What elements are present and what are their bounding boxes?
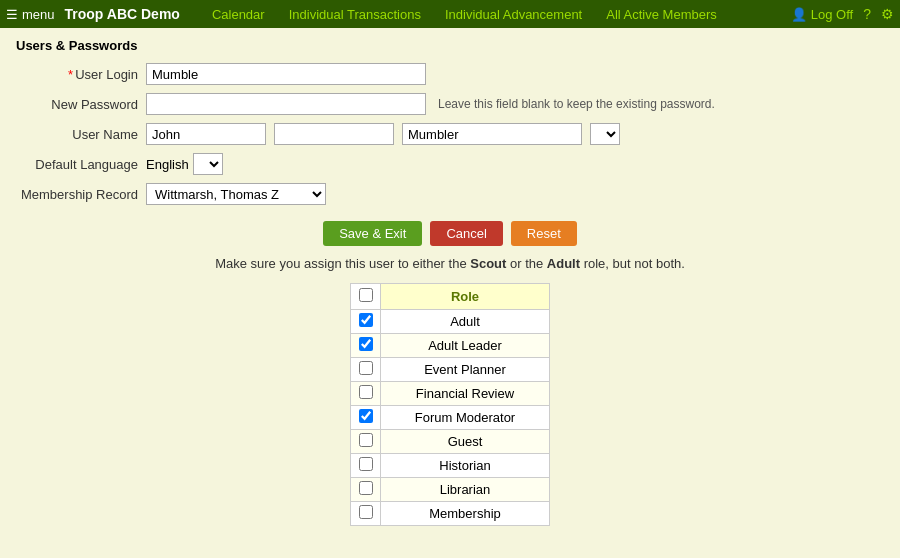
- save-exit-button[interactable]: Save & Exit: [323, 221, 422, 246]
- role-name-cell: Adult Leader: [381, 334, 550, 358]
- roles-select-all-checkbox[interactable]: [359, 288, 373, 302]
- membership-record-label: Membership Record: [16, 187, 146, 202]
- assign-note-scout: Scout: [470, 256, 506, 271]
- nav-individual-advancement[interactable]: Individual Advancement: [433, 7, 594, 22]
- role-checkbox-cell: [351, 310, 381, 334]
- top-nav: ☰ menu Troop ABC Demo Calendar Individua…: [0, 0, 900, 28]
- membership-record-row: Membership Record Wittmarsh, Thomas Z: [16, 183, 884, 205]
- role-checkbox-cell: [351, 502, 381, 526]
- roles-header-checkbox-cell: [351, 284, 381, 310]
- log-off-button[interactable]: 👤 Log Off: [791, 7, 853, 22]
- log-off-label: Log Off: [811, 7, 853, 22]
- user-login-input[interactable]: [146, 63, 426, 85]
- section-title: Users & Passwords: [16, 38, 884, 53]
- table-row: Membership: [351, 502, 550, 526]
- nav-individual-transactions[interactable]: Individual Transactions: [277, 7, 433, 22]
- user-name-suffix-select[interactable]: [590, 123, 620, 145]
- role-checkbox-cell: [351, 358, 381, 382]
- users-passwords-form: *User Login New Password Leave this fiel…: [16, 63, 884, 205]
- user-login-row: *User Login: [16, 63, 884, 85]
- role-name-cell: Event Planner: [381, 358, 550, 382]
- menu-label: menu: [22, 7, 55, 22]
- assign-note: Make sure you assign this user to either…: [16, 256, 884, 271]
- table-row: Adult: [351, 310, 550, 334]
- required-star: *: [68, 67, 73, 82]
- membership-record-select[interactable]: Wittmarsh, Thomas Z: [146, 183, 326, 205]
- role-checkbox[interactable]: [359, 337, 373, 351]
- role-checkbox[interactable]: [359, 481, 373, 495]
- help-button[interactable]: ?: [863, 6, 871, 22]
- role-checkbox-cell: [351, 430, 381, 454]
- table-row: Guest: [351, 430, 550, 454]
- assign-note-mid: or the: [506, 256, 546, 271]
- role-checkbox[interactable]: [359, 313, 373, 327]
- assign-note-post: role, but not both.: [580, 256, 685, 271]
- nav-links: Calendar Individual Transactions Individ…: [200, 7, 791, 22]
- hamburger-icon: ☰: [6, 7, 18, 22]
- role-name-cell: Historian: [381, 454, 550, 478]
- user-name-middle-input[interactable]: [274, 123, 394, 145]
- nav-all-active-members[interactable]: All Active Members: [594, 7, 729, 22]
- roles-table: Role AdultAdult LeaderEvent PlannerFinan…: [350, 283, 550, 526]
- right-actions: 👤 Log Off ? ⚙: [791, 6, 894, 22]
- user-icon: 👤: [791, 7, 807, 22]
- menu-button[interactable]: ☰ menu: [6, 7, 55, 22]
- role-checkbox[interactable]: [359, 457, 373, 471]
- role-checkbox-cell: [351, 334, 381, 358]
- role-name-cell: Librarian: [381, 478, 550, 502]
- assign-note-pre: Make sure you assign this user to either…: [215, 256, 470, 271]
- new-password-row: New Password Leave this field blank to k…: [16, 93, 884, 115]
- membership-select-wrapper: Wittmarsh, Thomas Z: [146, 183, 326, 205]
- role-checkbox[interactable]: [359, 385, 373, 399]
- new-password-label: New Password: [16, 97, 146, 112]
- user-name-first-input[interactable]: [146, 123, 266, 145]
- role-checkbox-cell: [351, 382, 381, 406]
- nav-calendar[interactable]: Calendar: [200, 7, 277, 22]
- cancel-button[interactable]: Cancel: [430, 221, 502, 246]
- role-name-cell: Guest: [381, 430, 550, 454]
- role-checkbox-cell: [351, 454, 381, 478]
- new-password-input[interactable]: [146, 93, 426, 115]
- page-content: Users & Passwords *User Login New Passwo…: [0, 28, 900, 536]
- role-name-cell: Adult: [381, 310, 550, 334]
- table-row: Event Planner: [351, 358, 550, 382]
- table-row: Financial Review: [351, 382, 550, 406]
- default-language-label: Default Language: [16, 157, 146, 172]
- assign-note-adult: Adult: [547, 256, 580, 271]
- role-checkbox-cell: [351, 406, 381, 430]
- roles-container: Role AdultAdult LeaderEvent PlannerFinan…: [16, 283, 884, 526]
- app-title: Troop ABC Demo: [65, 6, 180, 22]
- table-row: Forum Moderator: [351, 406, 550, 430]
- default-language-row: Default Language English English: [16, 153, 884, 175]
- action-buttons: Save & Exit Cancel Reset: [16, 221, 884, 246]
- default-language-select[interactable]: English: [193, 153, 223, 175]
- password-hint: Leave this field blank to keep the exist…: [438, 97, 715, 111]
- role-checkbox[interactable]: [359, 361, 373, 375]
- table-row: Adult Leader: [351, 334, 550, 358]
- role-checkbox-cell: [351, 478, 381, 502]
- role-checkbox[interactable]: [359, 409, 373, 423]
- table-row: Librarian: [351, 478, 550, 502]
- roles-header-label: Role: [381, 284, 550, 310]
- role-name-cell: Membership: [381, 502, 550, 526]
- role-checkbox[interactable]: [359, 433, 373, 447]
- language-value: English: [146, 157, 189, 172]
- user-name-row: User Name: [16, 123, 884, 145]
- settings-button[interactable]: ⚙: [881, 6, 894, 22]
- role-name-cell: Forum Moderator: [381, 406, 550, 430]
- user-name-last-input[interactable]: [402, 123, 582, 145]
- reset-button[interactable]: Reset: [511, 221, 577, 246]
- role-name-cell: Financial Review: [381, 382, 550, 406]
- user-name-label: User Name: [16, 127, 146, 142]
- role-checkbox[interactable]: [359, 505, 373, 519]
- table-row: Historian: [351, 454, 550, 478]
- user-login-label: *User Login: [16, 67, 146, 82]
